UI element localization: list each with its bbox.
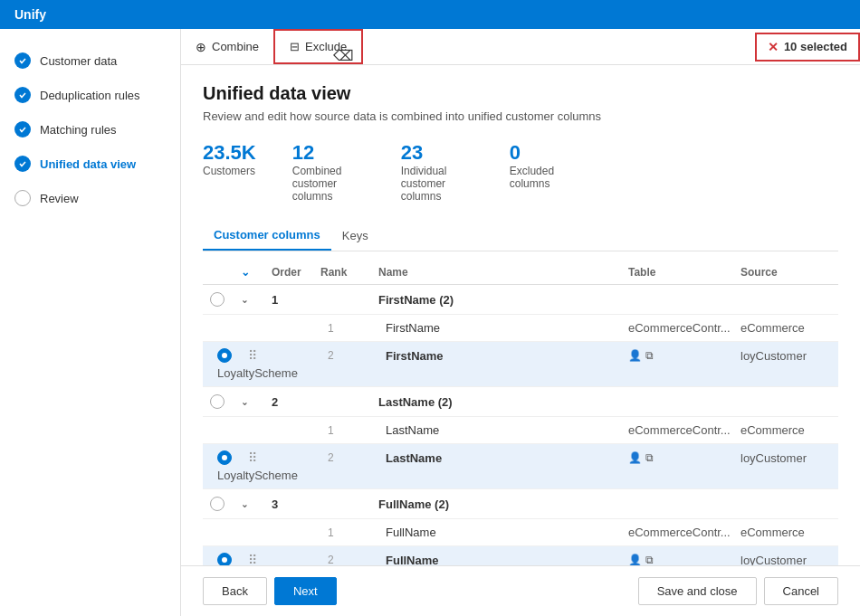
source-lastname-2: LoyaltyScheme: [217, 469, 244, 482]
icons-lastname-2: 👤 ⧉: [628, 451, 737, 464]
name-fullname-2: FullName: [386, 554, 625, 566]
name-fullname-group: FullName (2): [378, 498, 625, 511]
stat-excluded: 0 Excluded columns: [510, 141, 582, 203]
group-row-firstname-header[interactable]: ⌄ 1 FirstName (2): [203, 285, 838, 315]
header-table: Table: [628, 266, 737, 279]
copy-icon-fullname[interactable]: ⧉: [645, 554, 654, 565]
page-content: Unified data view Review and edit how so…: [181, 65, 860, 565]
group-row-lastname: ⌄ 2 LastName (2) 1 LastName eCommerceCon…: [203, 387, 838, 489]
group-row-firstname: ⌄ 1 FirstName (2) 1 FirstName eCommerceC…: [203, 285, 838, 387]
stat-customers: 23.5K Customers: [203, 141, 256, 203]
app-title: Unify: [14, 7, 46, 22]
group-row-fullname-header[interactable]: ⌄ 3 FullName (2): [203, 489, 838, 519]
radio-fullname-2[interactable]: [217, 553, 232, 565]
exclude-button[interactable]: ⊟ Exclude ⌫: [273, 29, 363, 64]
selected-count: 10 selected: [784, 40, 847, 53]
rank-lastname-1: 1: [328, 424, 382, 437]
child-row-firstname-1[interactable]: 1 FirstName eCommerceContr... eCommerce: [203, 315, 838, 342]
check-icon-dedup: [14, 87, 31, 103]
name-lastname-1: LastName: [386, 423, 625, 437]
person-icon-firstname[interactable]: 👤: [628, 349, 642, 362]
icons-fullname-2: 👤 ⧉: [628, 554, 737, 565]
sidebar-label-matching: Matching rules: [40, 123, 117, 137]
order-firstname: 1: [272, 293, 317, 307]
radio-lastname-group[interactable]: [210, 394, 225, 409]
child-row-lastname-1[interactable]: 1 LastName eCommerceContr... eCommerce: [203, 417, 838, 444]
radio-fullname-group[interactable]: [210, 497, 225, 511]
stat-combined-value: 12: [292, 141, 365, 165]
combine-button[interactable]: ⊕ Combine: [181, 31, 273, 63]
save-close-button[interactable]: Save and close: [638, 577, 757, 605]
name-firstname-group: FirstName (2): [378, 293, 625, 307]
source-fullname-1: eCommerce: [741, 526, 831, 539]
stat-individual: 23 Individual customer columns: [401, 141, 473, 203]
combine-label: Combine: [212, 40, 259, 53]
table-fullname-2: loyCustomer: [741, 554, 831, 566]
stat-combined-label: Combined customer columns: [292, 165, 365, 203]
drag-fullname-2[interactable]: ⠿: [248, 553, 275, 565]
stat-excluded-value: 0: [510, 141, 582, 165]
stat-individual-value: 23: [401, 141, 473, 165]
source-firstname-2: LoyaltyScheme: [217, 366, 244, 380]
stat-combined: 12 Combined customer columns: [292, 141, 365, 203]
order-fullname: 3: [272, 498, 317, 511]
cancel-button[interactable]: Cancel: [764, 577, 838, 605]
name-fullname-1: FullName: [386, 526, 625, 539]
sidebar-item-matching-rules[interactable]: Matching rules: [0, 112, 180, 147]
radio-firstname-group[interactable]: [210, 292, 225, 307]
sidebar: Customer data Deduplication rules Matchi…: [0, 29, 181, 616]
table-lastname-1: eCommerceContr...: [628, 423, 737, 437]
name-lastname-2: LastName: [386, 451, 625, 465]
page-title: Unified data view: [203, 83, 838, 104]
close-icon: ✕: [768, 40, 779, 54]
sidebar-label-customer-data: Customer data: [40, 54, 117, 68]
child-row-fullname-2[interactable]: ⠿ 2 FullName 👤 ⧉ loyCustomer LoyaltySche…: [203, 546, 838, 565]
drag-firstname-2[interactable]: ⠿: [248, 348, 275, 363]
back-button[interactable]: Back: [203, 577, 267, 605]
rank-lastname-2: 2: [328, 451, 382, 464]
person-icon-fullname[interactable]: 👤: [628, 554, 642, 565]
radio-firstname-2[interactable]: [217, 348, 232, 363]
group-row-lastname-header[interactable]: ⌄ 2 LastName (2): [203, 387, 838, 417]
sidebar-label-unified: Unified data view: [40, 157, 136, 171]
radio-lastname-2[interactable]: [217, 450, 232, 465]
chevron-fullname: ⌄: [241, 499, 268, 509]
sidebar-label-dedup: Deduplication rules: [40, 89, 140, 102]
copy-icon-firstname[interactable]: ⧉: [645, 349, 654, 362]
check-icon-unified: [14, 156, 31, 172]
tab-customer-columns[interactable]: Customer columns: [203, 221, 331, 251]
header-name: Name: [378, 266, 625, 279]
sidebar-item-deduplication-rules[interactable]: Deduplication rules: [0, 78, 180, 112]
empty-circle-review: [14, 190, 31, 206]
header-source: Source: [741, 266, 831, 279]
check-icon-customer-data: [14, 52, 31, 69]
sidebar-item-unified-data-view[interactable]: Unified data view: [0, 147, 180, 181]
rank-fullname-2: 2: [328, 554, 382, 565]
copy-icon-lastname[interactable]: ⧉: [645, 451, 654, 464]
table-firstname-1: eCommerceContr...: [628, 321, 737, 335]
stat-customers-value: 23.5K: [203, 141, 256, 165]
combine-icon: ⊕: [196, 40, 206, 54]
inner-tabs: Customer columns Keys: [203, 221, 838, 251]
order-lastname: 2: [272, 395, 317, 409]
person-icon-lastname[interactable]: 👤: [628, 451, 642, 464]
sort-icon: ⌄: [241, 266, 268, 279]
child-row-firstname-2[interactable]: ⠿ 2 FirstName 👤 ⧉ loyCustomer LoyaltySch…: [203, 342, 838, 387]
sidebar-label-review: Review: [40, 192, 79, 205]
sidebar-item-review[interactable]: Review: [0, 181, 180, 215]
check-icon-matching: [14, 121, 31, 137]
child-row-fullname-1[interactable]: 1 FullName eCommerceContr... eCommerce: [203, 519, 838, 546]
stats-row: 23.5K Customers 12 Combined customer col…: [203, 141, 838, 203]
footer: Back Next Save and close Cancel: [181, 565, 860, 616]
cursor-indicator: ⌫: [333, 47, 354, 64]
app-header: Unify: [0, 0, 860, 29]
child-row-lastname-2[interactable]: ⠿ 2 LastName 👤 ⧉ loyCustomer LoyaltySche…: [203, 444, 838, 489]
name-firstname-2: FirstName: [386, 349, 625, 363]
drag-lastname-2[interactable]: ⠿: [248, 450, 275, 465]
next-button[interactable]: Next: [274, 577, 337, 605]
name-firstname-1: FirstName: [386, 321, 625, 335]
sidebar-item-customer-data[interactable]: Customer data: [0, 43, 180, 78]
selected-badge: ✕ 10 selected: [755, 33, 860, 62]
header-rank: Rank: [320, 266, 375, 279]
tab-keys[interactable]: Keys: [331, 221, 379, 251]
